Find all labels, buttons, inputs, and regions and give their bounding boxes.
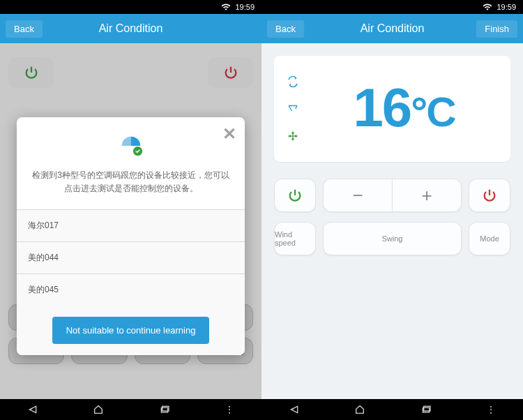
nav-home-icon[interactable]	[93, 404, 104, 415]
wifi-icon	[221, 2, 231, 12]
back-button[interactable]: Back	[267, 20, 304, 38]
power-on-button-bg	[8, 57, 54, 88]
header-left: Back Air Condition	[0, 14, 262, 43]
modal-item[interactable]: 美的044	[17, 241, 245, 273]
left-screen: 19:59 Back Air Condition High Med Low Au…	[0, 0, 262, 420]
temp-plus-button[interactable]: +	[392, 179, 462, 212]
continue-learning-button[interactable]: Not suitable to continue learning	[52, 317, 210, 344]
windspeed-button[interactable]: Wind speed	[274, 222, 316, 255]
swing-button[interactable]: Swing	[323, 222, 462, 255]
left-body: High Med Low Auto Dry Fan Auto swing Sto…	[0, 43, 262, 399]
power-icon	[24, 65, 39, 80]
power-icon	[287, 188, 303, 203]
modal-item[interactable]: 海尔017	[17, 209, 245, 241]
back-button[interactable]: Back	[6, 20, 43, 38]
right-body: 16°C − + Wind speed Swing Mode	[262, 43, 523, 399]
header-right: Back Air Condition Finish	[262, 14, 523, 43]
modal-item[interactable]: 美的045	[17, 273, 245, 306]
nav-menu-icon[interactable]: ⋮	[225, 404, 234, 415]
modal-message: 检测到3种型号的空调码跟您的设备比较接近，您可以点击进去测试是否能控制您的设备。	[17, 169, 245, 209]
temperature-stepper: − +	[323, 179, 462, 212]
close-icon[interactable]: ✕	[222, 124, 236, 144]
status-time: 19:59	[235, 3, 255, 11]
device-modal: ✕ 检测到3种型号的空调码跟您的设备比较接近，您可以点击进去测试是否能控制您的设…	[17, 117, 245, 355]
power-off-button[interactable]	[469, 179, 510, 212]
status-bar: 19:59	[262, 0, 523, 14]
nav-recent-icon[interactable]	[420, 404, 432, 415]
modal-icon	[17, 117, 245, 169]
power-icon	[223, 65, 238, 80]
temp-minus-button[interactable]: −	[323, 179, 392, 212]
swing-icon	[287, 103, 299, 115]
fan-icon	[287, 130, 299, 142]
finish-button[interactable]: Finish	[476, 20, 517, 38]
cycle-icon	[287, 75, 299, 88]
status-bar: 19:59	[0, 0, 262, 14]
temperature-display: 16°C	[274, 56, 510, 162]
status-time: 19:59	[497, 3, 516, 11]
right-screen: 19:59 Back Air Condition Finish 16°C − +	[262, 0, 523, 420]
modal-list: 海尔017 美的044 美的045	[17, 209, 245, 306]
nav-back-icon[interactable]	[289, 404, 300, 415]
temp-number: 16	[353, 77, 411, 138]
nav-recent-icon[interactable]	[159, 404, 170, 415]
nav-menu-icon[interactable]: ⋮	[486, 404, 496, 415]
power-off-button-bg	[208, 57, 253, 88]
nav-home-icon[interactable]	[354, 404, 365, 415]
page-title: Air Condition	[361, 22, 425, 35]
mode-button[interactable]: Mode	[469, 222, 510, 255]
nav-back-icon[interactable]	[27, 404, 38, 415]
temperature-value: 16°C	[312, 56, 510, 162]
nav-bar: ⋮	[0, 399, 262, 420]
power-on-button[interactable]	[274, 179, 316, 212]
page-title: Air Condition	[99, 22, 163, 35]
temp-unit: °C	[411, 89, 455, 135]
power-icon	[482, 188, 497, 203]
wifi-icon	[483, 2, 492, 12]
nav-bar: ⋮	[262, 399, 523, 420]
mode-icons-column	[274, 56, 312, 162]
svg-point-3	[292, 135, 294, 137]
